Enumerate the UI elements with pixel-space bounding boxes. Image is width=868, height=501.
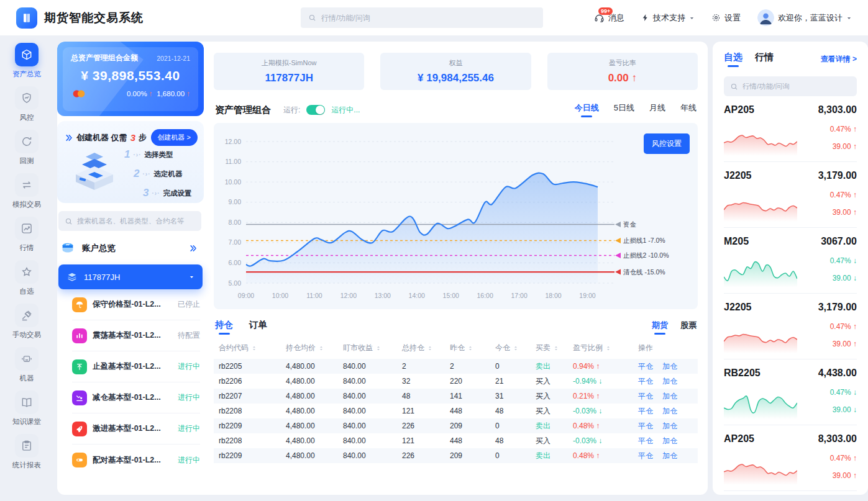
add-position-link[interactable]: 加仓 [662,436,677,446]
view-details-link[interactable]: 查看详情 > [821,54,857,65]
add-position-link[interactable]: 加仓 [662,421,677,431]
up-arrow-icon: ↑ [186,90,190,97]
robot-item[interactable]: 止盈基本型-01-L2...进行中 [72,351,200,382]
sidebar-item-trend[interactable]: 行情 [15,217,39,253]
sidebar-item-robot[interactable]: 机器 [15,347,39,383]
robot-item[interactable]: 减仓基本型-01-L2...进行中 [72,382,200,413]
sort-icon[interactable] [467,345,473,351]
sidebar-item-cube[interactable]: 资产总览 [12,43,41,79]
close-position-link[interactable]: 平仓 [638,421,653,431]
run-toggle[interactable] [306,105,325,115]
settings-button[interactable]: 设置 [711,12,741,24]
watchlist-item[interactable]: RB22054,438.000.47% ↓39.00 ↓ [724,359,857,425]
watchlist-search[interactable] [724,76,857,96]
tab-watchlist-0[interactable]: 自选 [724,52,742,67]
sidebar-item-star[interactable]: 自选 [15,260,39,296]
watchlist-search-input[interactable] [742,83,851,90]
sort-icon[interactable] [513,345,519,351]
close-position-link[interactable]: 平仓 [638,451,653,461]
add-position-link[interactable]: 加仓 [662,391,677,402]
pair-icon [72,453,87,467]
tab-period-1[interactable]: 5日线 [614,102,634,117]
sort-icon[interactable] [553,345,559,351]
sort-icon[interactable] [605,345,611,351]
sort-icon[interactable] [251,345,257,351]
robot-item[interactable]: 激进基本型-01-L2...进行中 [72,413,200,445]
watchlist-item[interactable]: AP2058,303.000.47% ↑39.00 ↑ [724,96,857,162]
cell-side: 买入 [536,391,573,402]
tab-period-0[interactable]: 今日线 [575,102,599,117]
sidebar-item-refresh[interactable]: 回测 [15,130,39,166]
column-header[interactable]: 操作 [638,343,693,353]
user-menu[interactable]: 欢迎你，蓝蓝设计 [757,9,852,26]
add-position-link[interactable]: 加仓 [662,451,677,461]
sidebar-item-book[interactable]: 知识课堂 [12,390,41,427]
cell-avg_price: 4,480.00 [286,392,343,400]
column-header[interactable]: 买卖 [536,343,573,353]
sidebar-item-swap[interactable]: 模拟交易 [12,173,41,209]
column-header[interactable]: 盈亏比例 [573,343,638,353]
close-position-link[interactable]: 平仓 [638,376,653,387]
selected-account[interactable]: 117877JH [58,264,203,289]
stats-row: 上期模拟-SimNow117877JH权益¥ 19,984,255.46盈亏比率… [214,53,698,90]
global-search[interactable] [301,7,543,28]
column-header[interactable]: 合约代码 [219,343,286,353]
account-overview[interactable]: 账户总览 [57,231,204,264]
robot-search[interactable] [58,211,201,231]
topbar: 期货智能交易系统 99+ 消息 技术支持 设置 欢迎你，蓝蓝设计 [0,0,868,35]
tab-positions-0[interactable]: 持仓 [215,319,233,335]
add-position-link[interactable]: 加仓 [662,406,677,417]
robot-item[interactable]: 保守价格型-01-L2...已停止 [72,289,200,320]
column-header[interactable]: 今仓 [495,343,536,353]
messages-button[interactable]: 99+ 消息 [594,12,624,24]
tab-market-1[interactable]: 股票 [680,320,697,335]
positions-table: 合约代码持仓均价盯市收益总持仓昨仓今仓买卖盈亏比例操作 rb22054,480.… [214,335,698,463]
tab-market-0[interactable]: 期货 [652,320,668,335]
create-robot-button[interactable]: 创建机器 > [151,129,198,146]
robot-item[interactable]: 配对基本型-01-L2...进行中 [72,445,200,476]
cell-mtm_profit: 840.00 [343,362,402,371]
column-header[interactable]: 昨仓 [450,343,495,353]
add-position-link[interactable]: 加仓 [662,361,677,372]
watchlist-item[interactable]: M2053067.000.47% ↓39.00 ↓ [724,228,857,294]
sort-icon[interactable] [427,345,433,351]
watchlist-item[interactable]: J22053,179.000.47% ↑39.00 ↑ [724,294,857,359]
close-position-link[interactable]: 平仓 [638,436,653,446]
cell-actions: 平仓加仓 [638,391,693,402]
robot-item[interactable]: 震荡基本型-01-L2...待配置 [72,320,200,351]
bank-card-icon [71,89,87,99]
watchlist-item-bottom: 0.47% ↓39.00 ↓ [724,383,857,419]
sidebar-item-gavel[interactable]: 手动交易 [12,304,41,340]
sort-icon[interactable] [375,345,381,351]
close-position-link[interactable]: 平仓 [638,406,653,417]
column-header[interactable]: 总持仓 [402,343,450,353]
price-label: 4,438.00 [818,368,857,379]
sidebar-item-report[interactable]: 统计报表 [12,434,41,470]
step-label: 完成设置 [163,189,191,198]
sidebar-item-shield[interactable]: 风控 [15,86,39,122]
watchlist-item[interactable]: AP2058,303.000.47% ↑39.00 ↑ [724,425,857,491]
refresh-icon [15,130,39,153]
close-position-link[interactable]: 平仓 [638,391,653,402]
tab-period-2[interactable]: 月线 [649,102,665,117]
global-search-input[interactable] [321,14,536,22]
robot-search-input[interactable] [77,217,195,225]
column-header[interactable]: 盯市收益 [343,343,402,353]
down-arrow-icon: ↓ [598,407,602,415]
tab-period-3[interactable]: 年线 [680,102,697,117]
tab-watchlist-1[interactable]: 行情 [755,52,774,67]
cell-pl: -0.94% ↓ [573,377,638,386]
cell-today: 0 [495,451,536,460]
watchlist-item[interactable]: J22053,179.000.47% ↑39.00 ↑ [724,162,857,228]
support-menu[interactable]: 技术支持 [641,12,695,24]
watchlist-item-bottom: 0.47% ↓39.00 ↓ [724,251,857,287]
column-header[interactable]: 持仓均价 [286,343,343,353]
percent-change: 0.47% ↑ [830,454,857,463]
tab-positions-1[interactable]: 订单 [249,319,267,335]
stat-label: 上期模拟-SimNow [262,58,317,68]
add-position-link[interactable]: 加仓 [662,376,677,387]
robot-machine-illustration [65,149,124,199]
risk-settings-button[interactable]: 风控设置 [644,133,690,154]
close-position-link[interactable]: 平仓 [638,361,653,372]
sort-icon[interactable] [318,345,324,351]
